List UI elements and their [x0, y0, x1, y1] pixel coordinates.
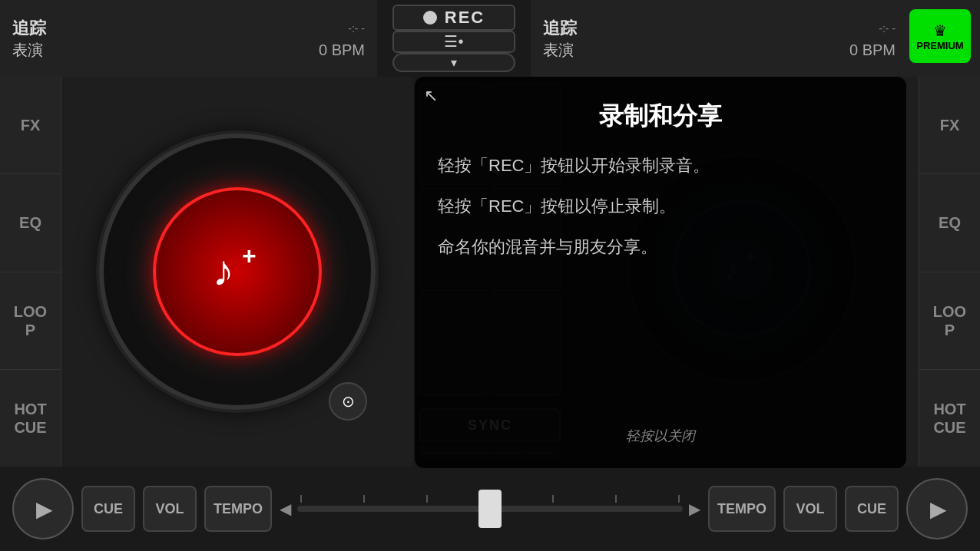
left-dots: -:- - — [348, 22, 365, 35]
tooltip-para1: 轻按「REC」按钮以开始录制录音。 — [438, 152, 883, 179]
left-loop-button[interactable]: LOOP — [0, 272, 61, 370]
crossfader-track[interactable] — [297, 506, 683, 512]
tooltip-overlay: ↖ 录制和分享 轻按「REC」按钮以开始录制录音。 轻按「REC」按钮以停止录制… — [415, 77, 906, 468]
bottom-bar: ▶ CUE VOL TEMPO ◀ ▶ TEMPO VOL CUE ▶ — [0, 467, 980, 551]
tooltip-para2: 轻按「REC」按钮以停止录制。 — [438, 193, 883, 219]
left-loop-label: LOOP — [14, 302, 47, 339]
tooltip-para3: 命名你的混音并与朋友分享。 — [438, 233, 883, 260]
left-deck-info: 追踪 -:- - 表演 0 BPM — [0, 0, 377, 77]
right-perf-label: 表演 — [543, 40, 574, 61]
close-icon[interactable]: ↖ — [424, 86, 438, 106]
right-loop-label: LOOP — [933, 302, 966, 339]
tick-1 — [300, 495, 302, 503]
headphone-icon: ⊙ — [342, 392, 355, 411]
rec-button[interactable]: REC — [392, 5, 515, 31]
premium-label: PREMIUM — [916, 40, 963, 51]
crossfader-handle[interactable] — [478, 490, 502, 528]
top-bar: 追踪 -:- - 表演 0 BPM REC ☰• ▾ 追踪 -:- - 表演 0… — [0, 0, 980, 77]
right-hotcue-label: HOTCUE — [933, 400, 965, 437]
right-cue-button[interactable]: CUE — [845, 486, 899, 532]
right-loop-button[interactable]: LOOP — [919, 272, 980, 370]
left-hotcue-button[interactable]: HOTCUE — [0, 370, 61, 467]
left-turntable-inner: ♪ + — [153, 187, 322, 356]
right-play-icon: ▶ — [930, 497, 947, 522]
add-music-icon: ♪ + — [199, 233, 276, 310]
crown-icon: ♛ — [933, 21, 947, 40]
tooltip-body: 轻按「REC」按钮以开始录制录音。 轻按「REC」按钮以停止录制。 命名你的混音… — [438, 152, 883, 417]
left-perf-label: 表演 — [12, 40, 43, 61]
right-dots: -:- - — [879, 22, 896, 35]
right-play-button[interactable]: ▶ — [906, 478, 968, 539]
tick-7 — [678, 495, 680, 503]
left-vol-button[interactable]: VOL — [143, 486, 197, 532]
left-turntable[interactable]: ♪ + — [99, 134, 376, 410]
right-tempo-button[interactable]: TEMPO — [708, 486, 776, 532]
headphone-button[interactable]: ⊙ — [329, 382, 367, 421]
svg-text:+: + — [242, 242, 257, 269]
left-play-icon: ▶ — [36, 497, 53, 522]
left-turntable-area: ♪ + ⊙ — [61, 77, 413, 467]
right-hotcue-button[interactable]: HOTCUE — [919, 370, 980, 467]
tooltip-title: 录制和分享 — [438, 100, 883, 134]
right-vol-button[interactable]: VOL — [783, 486, 837, 532]
right-track-label: 追踪 — [543, 17, 577, 40]
tick-5 — [552, 495, 554, 503]
collapse-button[interactable]: ▾ — [392, 53, 515, 72]
left-track-label: 追踪 — [12, 17, 46, 40]
top-center: REC ☰• ▾ — [377, 0, 531, 77]
left-cue-button[interactable]: CUE — [81, 486, 135, 532]
tick-2 — [363, 495, 365, 503]
chevron-down-icon: ▾ — [451, 55, 457, 70]
svg-text:♪: ♪ — [213, 246, 234, 295]
tooltip-dismiss[interactable]: 轻按以关闭 — [438, 427, 883, 445]
rec-indicator — [423, 11, 437, 25]
rec-label: REC — [445, 8, 485, 28]
crossfader-right-arrow[interactable]: ▶ — [689, 500, 700, 518]
left-side-panel: FX EQ LOOP HOTCUE — [0, 77, 61, 467]
right-bpm: 0 BPM — [849, 41, 896, 59]
premium-badge[interactable]: ♛ PREMIUM — [909, 9, 971, 63]
left-fx-button[interactable]: FX — [0, 77, 61, 174]
left-tempo-button[interactable]: TEMPO — [204, 486, 272, 532]
tick-3 — [426, 495, 428, 503]
playlist-button[interactable]: ☰• — [392, 31, 515, 53]
crossfader-area: ◀ ▶ — [280, 500, 700, 518]
left-hotcue-label: HOTCUE — [14, 400, 46, 437]
tick-6 — [615, 495, 617, 503]
right-eq-button[interactable]: EQ — [919, 174, 980, 272]
left-bpm: 0 BPM — [319, 41, 365, 59]
right-side-panel: FX EQ LOOP HOTCUE — [919, 77, 980, 467]
left-play-button[interactable]: ▶ — [12, 478, 74, 539]
playlist-icon: ☰• — [444, 32, 463, 51]
left-eq-button[interactable]: EQ — [0, 174, 61, 272]
crossfader-left-arrow[interactable]: ◀ — [280, 500, 291, 518]
right-fx-button[interactable]: FX — [919, 77, 980, 174]
